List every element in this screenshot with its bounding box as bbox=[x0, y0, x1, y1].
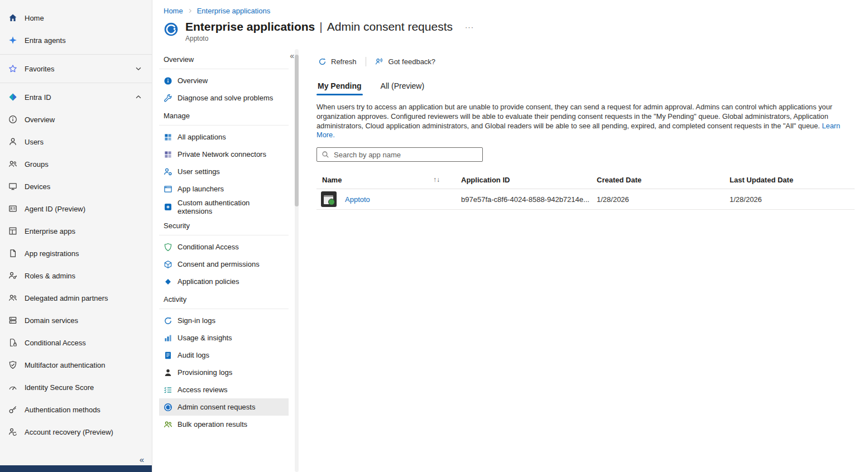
entra-id-icon bbox=[8, 93, 17, 102]
enterprise-applications-blade-icon bbox=[164, 22, 179, 37]
table-row[interactable]: Apptoto b97e57fa-c8f6-4024-8588-942b7214… bbox=[316, 189, 855, 210]
sidebar-item-devices[interactable]: Devices bbox=[0, 175, 152, 198]
star-icon bbox=[8, 64, 17, 73]
domain-services-icon bbox=[8, 316, 17, 325]
sidebar-item-label: Conditional Access bbox=[25, 339, 86, 347]
sidebar-collapse-button[interactable]: « bbox=[0, 454, 152, 465]
info-icon bbox=[164, 76, 172, 85]
chevron-down-icon[interactable] bbox=[134, 64, 143, 73]
sidebar-item-multifactor-authentication[interactable]: Multifactor authentication bbox=[0, 354, 152, 376]
enterprise-apps-icon bbox=[8, 227, 17, 235]
blade-menu: Overview Overview Diagnose and solve pro… bbox=[159, 49, 289, 433]
menu-item-diagnose-and-solve-problems[interactable]: Diagnose and solve problems bbox=[159, 89, 289, 107]
sidebar-item-label: Favorites bbox=[25, 65, 54, 73]
refresh-button[interactable]: Refresh bbox=[316, 55, 358, 68]
page-header: Home Enterprise applications Enterprise … bbox=[152, 0, 868, 42]
column-header-last-updated-date[interactable]: Last Updated Date bbox=[724, 176, 855, 184]
menu-item-provisioning-logs[interactable]: Provisioning logs bbox=[159, 364, 289, 381]
sign-in-icon bbox=[164, 316, 172, 325]
connectors-icon bbox=[164, 150, 172, 159]
sidebar-footer-strip bbox=[0, 465, 152, 472]
bulk-results-icon bbox=[164, 420, 172, 429]
sidebar-item-groups[interactable]: Groups bbox=[0, 153, 152, 175]
created-date-cell: 1/28/2026 bbox=[591, 195, 724, 204]
sidebar-item-enterprise-apps[interactable]: Enterprise apps bbox=[0, 220, 152, 242]
feedback-button[interactable]: Got feedback? bbox=[374, 55, 437, 68]
menu-item-private-network-connectors[interactable]: Private Network connectors bbox=[159, 146, 289, 163]
menu-item-conditional-access[interactable]: Conditional Access bbox=[159, 238, 289, 256]
sort-icon[interactable]: ↑↓ bbox=[433, 176, 440, 184]
menu-item-app-launchers[interactable]: App launchers bbox=[159, 180, 289, 198]
more-actions-button[interactable]: ··· bbox=[465, 23, 474, 31]
breadcrumb-enterprise-applications-link[interactable]: Enterprise applications bbox=[197, 7, 271, 15]
agent-id-icon bbox=[8, 204, 17, 213]
sidebar-item-home[interactable]: Home bbox=[0, 7, 152, 29]
menu-item-admin-consent-requests[interactable]: Admin consent requests bbox=[159, 398, 289, 416]
sidebar-item-label: Roles & admins bbox=[25, 272, 75, 280]
app-logo bbox=[321, 191, 337, 207]
mfa-icon bbox=[8, 360, 17, 369]
sidebar-item-label: Domain services bbox=[25, 316, 78, 325]
menu-item-usage-insights[interactable]: Usage & insights bbox=[159, 329, 289, 346]
consent-requests-table: Name ↑↓ Application ID Created Date Last… bbox=[316, 171, 855, 210]
sidebar-item-identity-secure-score[interactable]: Identity Secure Score bbox=[0, 376, 152, 398]
menu-scrollbar[interactable] bbox=[295, 49, 299, 472]
extension-icon bbox=[164, 203, 172, 211]
sidebar-item-entra-id[interactable]: Entra ID bbox=[0, 86, 152, 108]
menu-collapse-button[interactable]: « bbox=[290, 51, 294, 60]
sidebar-item-roles-admins[interactable]: Roles & admins bbox=[0, 264, 152, 287]
menu-item-bulk-operation-results[interactable]: Bulk operation results bbox=[159, 416, 289, 433]
toolbar-divider bbox=[366, 57, 366, 66]
menu-item-overview[interactable]: Overview bbox=[159, 72, 289, 89]
app-registrations-icon bbox=[8, 249, 17, 258]
delegated-admin-partners-icon bbox=[8, 293, 17, 302]
sidebar-item-authentication-methods[interactable]: Authentication methods bbox=[0, 398, 152, 421]
consent-swirl-icon bbox=[164, 403, 172, 412]
refresh-icon bbox=[318, 57, 327, 66]
sidebar-item-app-registrations[interactable]: App registrations bbox=[0, 242, 152, 264]
cube-icon bbox=[164, 260, 172, 269]
menu-item-custom-authentication-extensions[interactable]: Custom authentication extensions bbox=[159, 198, 289, 216]
sidebar-item-conditional-access[interactable]: Conditional Access bbox=[0, 331, 152, 354]
shield-icon bbox=[164, 243, 172, 252]
title-separator: | bbox=[319, 20, 322, 33]
checklist-icon bbox=[164, 386, 172, 394]
tab-my-pending[interactable]: My Pending bbox=[316, 81, 363, 95]
sidebar-item-agent-id[interactable]: Agent ID (Preview) bbox=[0, 198, 152, 220]
scrollbar-thumb[interactable] bbox=[295, 55, 299, 206]
main-area: Home Enterprise applications Enterprise … bbox=[152, 0, 868, 472]
menu-item-user-settings[interactable]: User settings bbox=[159, 163, 289, 180]
auth-methods-icon bbox=[8, 405, 17, 414]
devices-icon bbox=[8, 182, 17, 191]
menu-item-all-applications[interactable]: All applications bbox=[159, 128, 289, 146]
column-header-created-date[interactable]: Created Date bbox=[591, 176, 724, 184]
search-icon bbox=[321, 150, 330, 159]
menu-item-audit-logs[interactable]: Audit logs bbox=[159, 346, 289, 364]
application-id-cell: b97e57fa-c8f6-4024-8588-942b7214e... bbox=[455, 195, 591, 204]
breadcrumb: Home Enterprise applications bbox=[164, 7, 855, 15]
sidebar-item-overview[interactable]: Overview bbox=[0, 108, 152, 131]
search-input[interactable] bbox=[334, 151, 478, 159]
breadcrumb-home-link[interactable]: Home bbox=[164, 7, 183, 15]
sidebar-item-users[interactable]: Users bbox=[0, 131, 152, 153]
users-icon bbox=[8, 137, 17, 146]
menu-item-application-policies[interactable]: Application policies bbox=[159, 273, 289, 290]
menu-item-consent-and-permissions[interactable]: Consent and permissions bbox=[159, 256, 289, 273]
chevron-up-icon[interactable] bbox=[134, 93, 143, 102]
search-box[interactable] bbox=[316, 147, 483, 162]
grid-icon bbox=[164, 133, 172, 142]
column-header-application-id[interactable]: Application ID bbox=[455, 176, 591, 184]
sidebar-divider bbox=[0, 54, 152, 55]
provisioning-icon bbox=[164, 368, 172, 377]
sidebar-item-domain-services[interactable]: Domain services bbox=[0, 309, 152, 331]
tab-all-preview[interactable]: All (Preview) bbox=[380, 81, 426, 95]
sidebar-item-favorites[interactable]: Favorites bbox=[0, 57, 152, 80]
sidebar-item-entra-agents[interactable]: Entra agents bbox=[0, 29, 152, 51]
column-header-name[interactable]: Name bbox=[322, 176, 342, 184]
app-name-link[interactable]: Apptoto bbox=[345, 195, 370, 204]
menu-item-access-reviews[interactable]: Access reviews bbox=[159, 381, 289, 398]
sidebar-item-account-recovery[interactable]: Account recovery (Preview) bbox=[0, 421, 152, 443]
sidebar-divider bbox=[0, 83, 152, 83]
menu-item-sign-in-logs[interactable]: Sign-in logs bbox=[159, 312, 289, 329]
sidebar-item-delegated-admin-partners[interactable]: Delegated admin partners bbox=[0, 287, 152, 309]
